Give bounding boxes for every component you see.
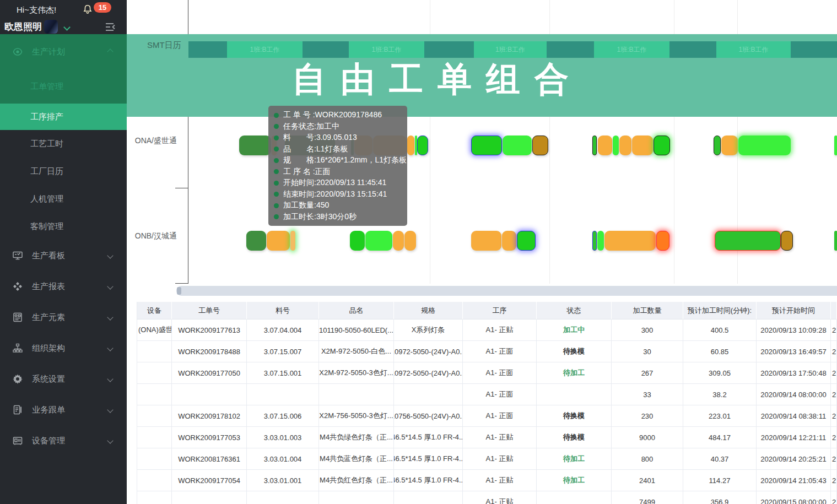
- table-row[interactable]: WORK20081763613.03.01.004M4共负蓝色灯条（正...46…: [137, 448, 837, 470]
- cell-material-no: 3.03.01.001: [247, 470, 319, 491]
- cell-material-no: 3.07.15.001: [247, 362, 319, 384]
- gantt-bar[interactable]: [654, 136, 670, 155]
- gantt-bar[interactable]: [619, 136, 631, 155]
- column-header-est-minutes: 预计加工时间(分钟):: [683, 302, 757, 319]
- bullet-dot-icon: [274, 169, 279, 174]
- gantt-bar[interactable]: [738, 136, 791, 155]
- gantt-bar[interactable]: [604, 231, 656, 251]
- cell-product-name: M4共负蓝色灯条（正...: [319, 448, 394, 470]
- collapse-sidebar-icon[interactable]: [104, 20, 117, 34]
- gantt-bar[interactable]: [267, 231, 290, 251]
- gantt-bar[interactable]: [471, 136, 502, 155]
- bullet-dot-icon: [274, 181, 279, 186]
- gantt-bar[interactable]: [417, 136, 428, 155]
- gantt-bar[interactable]: [656, 231, 669, 251]
- cell-device: [137, 491, 172, 504]
- table-row[interactable]: WORK20091770503.07.15.001X2M-972-5050-3色…: [137, 362, 837, 384]
- gantt-bar[interactable]: [471, 231, 501, 251]
- horizontal-scrollbar[interactable]: [176, 286, 837, 296]
- sidebar-item-process-scheduling[interactable]: 工序排产: [0, 104, 127, 130]
- gantt-bar[interactable]: [503, 136, 532, 155]
- cell-work-order: WORK2008176361: [172, 448, 247, 470]
- gantt-bar[interactable]: [350, 231, 365, 251]
- sidebar-item-production-plan[interactable]: 生产计划: [0, 34, 127, 69]
- table-row[interactable]: WORK20091770533.03.01.003M4共负绿色灯条（正...46…: [137, 427, 837, 448]
- calendar-off-block: [669, 41, 716, 58]
- cell-work-order: [172, 491, 247, 504]
- chevron-down-icon: [107, 252, 113, 258]
- sidebar-item-production-kanban[interactable]: 生产看板: [0, 240, 127, 271]
- sidebar-item-man-machine-management[interactable]: 人机管理: [0, 185, 127, 213]
- sidebar-item-business-follow[interactable]: 业务跟单: [0, 394, 127, 425]
- cell-est-end: 2: [831, 319, 837, 341]
- cell-spec: 10972-5050-(24V)-A0...: [394, 341, 463, 362]
- gantt-bar[interactable]: [365, 231, 392, 251]
- tooltip-line: 规 格:16*206*1.2mm，L1灯条板: [274, 155, 404, 166]
- gantt-bar[interactable]: [592, 136, 597, 155]
- table-row[interactable]: (ONA)盛世通WORK20091776133.07.04.004101190-…: [137, 319, 837, 341]
- sidebar-item-work-order-management[interactable]: 工单管理: [0, 69, 127, 104]
- gantt-bar[interactable]: [834, 231, 837, 251]
- cell-device: [137, 362, 172, 384]
- sidebar-item-factory-calendar[interactable]: 工厂日历: [0, 158, 127, 185]
- table-header-row: 设备工单号料号品名规格工序状态加工数量预计加工时间(分钟):预计开始时间: [137, 302, 837, 319]
- gantt-bar[interactable]: [592, 231, 597, 251]
- cell-material-no: 3.07.04.004: [247, 319, 319, 341]
- gantt-bar[interactable]: [393, 231, 404, 251]
- cell-spec: 46.5*14.5 厚1.0 FR-4...: [394, 470, 463, 491]
- gantt-row-label: ONB/汉城通: [125, 231, 177, 241]
- cell-est-start: 2020/09/14 08:00:00: [757, 384, 831, 405]
- cell-work-order: WORK2009177053: [172, 427, 247, 448]
- avatar[interactable]: [44, 20, 58, 34]
- table-row[interactable]: WORK20091781023.07.15.006X2M-756-5050-3色…: [137, 405, 837, 427]
- gantt-bar[interactable]: [598, 136, 612, 155]
- gantt-bar[interactable]: [502, 231, 516, 251]
- cell-est-minutes: 484.17: [683, 427, 757, 448]
- sidebar-item-system-settings[interactable]: 系统设置: [0, 364, 127, 394]
- cell-spec: 10972-5050-(24V)-A0...: [394, 362, 463, 384]
- cell-product-name: 101190-5050-60LED(...: [319, 319, 394, 341]
- cell-material-no: 3.07.15.007: [247, 341, 319, 362]
- gantt-bar[interactable]: [532, 136, 548, 155]
- cell-est-start: 2020/09/13 17:50:48: [757, 362, 831, 384]
- chevron-down-icon: [107, 407, 113, 413]
- cell-status: 待加工: [537, 470, 612, 491]
- table-row[interactable]: WORK20091784883.07.15.007X2M-972-5050-白色…: [137, 341, 837, 362]
- sidebar-item-equipment-management[interactable]: 设备管理: [0, 425, 127, 456]
- gantt-bar[interactable]: [517, 231, 536, 251]
- gantt-bar[interactable]: [239, 136, 271, 155]
- gantt-bar[interactable]: [721, 136, 738, 155]
- gantt-bar[interactable]: [613, 136, 619, 155]
- chevron-down-icon: [107, 283, 113, 289]
- gantt-bar[interactable]: [781, 231, 793, 251]
- table-row[interactable]: WORK20091770543.03.01.001M4共负红色灯条（正...46…: [137, 470, 837, 491]
- sidebar-item-production-elements[interactable]: 生产元素: [0, 302, 127, 333]
- gantt-bar[interactable]: [407, 136, 414, 155]
- gantt-bar[interactable]: [597, 231, 604, 251]
- bell-icon[interactable]: [82, 3, 94, 15]
- cell-work-order: WORK2009178488: [172, 341, 247, 362]
- calendar-off-block: [424, 41, 474, 58]
- cell-product-name: X2M-972-5050-白色...: [319, 341, 394, 362]
- sidebar-item-process-hours[interactable]: 工艺工时: [0, 130, 127, 158]
- cell-spec: 10756-5050-(24V)-A0...: [394, 405, 463, 427]
- sidebar-item-org-structure[interactable]: 组织架构: [0, 333, 127, 364]
- gantt-bar[interactable]: [404, 231, 416, 251]
- cell-material-no: 3.03.01.003: [247, 427, 319, 448]
- sidebar-item-label: 生产计划: [32, 47, 65, 57]
- sidebar-item-production-report[interactable]: 生产报表: [0, 271, 127, 302]
- calendar-shift-block: 1班:B工作: [474, 41, 547, 58]
- gantt-bar[interactable]: [290, 231, 295, 251]
- sidebar-item-custom-management[interactable]: 客制管理: [0, 213, 127, 240]
- cell-quantity: 300: [612, 319, 683, 341]
- cell-status: [537, 491, 612, 504]
- table-row[interactable]: A1- 正面3338.22020/09/14 08:00:002: [137, 384, 837, 405]
- chevron-down-icon[interactable]: [63, 24, 71, 31]
- chevron-down-icon: [107, 345, 113, 351]
- gantt-bar[interactable]: [714, 136, 721, 155]
- gantt-bar[interactable]: [632, 136, 653, 155]
- gantt-bar[interactable]: [715, 231, 781, 251]
- gantt-bar[interactable]: [246, 231, 266, 251]
- gantt-bar[interactable]: [834, 136, 837, 155]
- table-row[interactable]: A1- 正贴7499356.92020/09/15 08:00:002: [137, 491, 837, 504]
